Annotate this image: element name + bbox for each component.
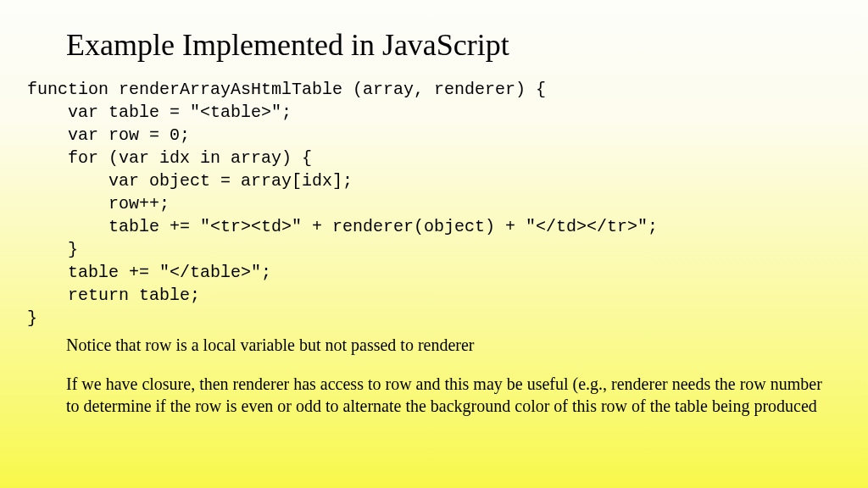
- notes-section: Notice that row is a local variable but …: [66, 334, 834, 434]
- code-block: function renderArrayAsHtmlTable (array, …: [27, 78, 658, 330]
- slide: Example Implemented in JavaScript functi…: [0, 0, 868, 488]
- note-paragraph-1: Notice that row is a local variable but …: [66, 334, 834, 356]
- slide-title: Example Implemented in JavaScript: [66, 27, 509, 63]
- note-paragraph-2: If we have closure, then renderer has ac…: [66, 373, 834, 417]
